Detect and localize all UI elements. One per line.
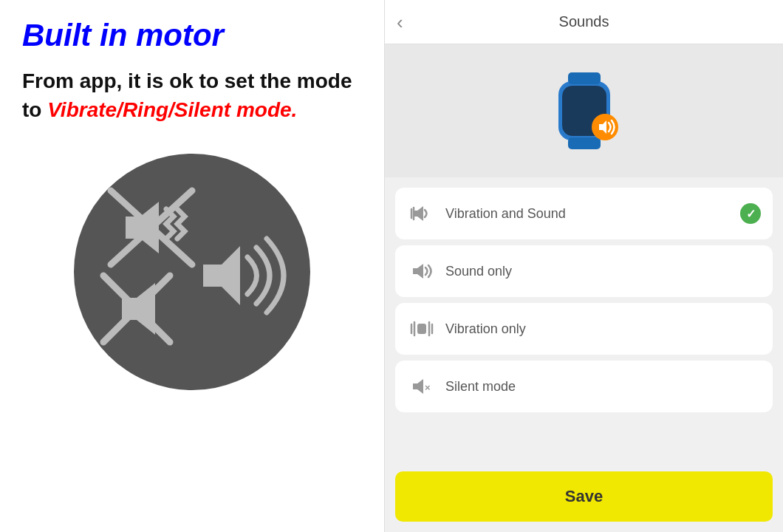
save-button[interactable]: Save [395,471,773,522]
description: From app, it is ok to set the mode to Vi… [22,66,362,124]
option-vibration-sound[interactable]: Vibration and Sound ✓ [395,188,773,239]
vibration-only-icon [408,316,435,342]
vibration-only-label: Vibration only [445,321,526,337]
page-title: Built in motor [22,18,362,53]
svg-text:×: × [425,382,431,393]
options-list: Vibration and Sound ✓ Sound only [385,177,783,464]
vibration-sound-icon [408,200,435,227]
svg-marker-22 [413,379,423,394]
selected-checkmark: ✓ [740,203,761,224]
option-silent-mode[interactable]: × Silent mode [395,361,773,412]
svg-rect-10 [568,137,601,149]
silent-mode-label: Silent mode [445,379,516,395]
watch-area [385,44,783,177]
svg-marker-6 [203,246,240,305]
panel-header: ‹ Sounds [385,0,783,44]
left-panel: Built in motor From app, it is ok to set… [0,0,384,532]
svg-rect-19 [417,324,426,334]
watch-icon [540,66,629,155]
panel-title: Sounds [559,13,609,30]
description-highlight: Vibrate/Ring/Silent mode. [47,98,297,121]
illustration-svg [89,168,295,375]
option-sound-only[interactable]: Sound only [395,245,773,297]
right-panel: ‹ Sounds [384,0,783,532]
sound-only-icon [408,258,435,284]
sound-only-label: Sound only [445,264,512,279]
svg-marker-16 [413,264,423,279]
svg-rect-9 [568,72,601,84]
vibration-sound-label: Vibration and Sound [445,206,566,222]
option-vibration-only[interactable]: Vibration only [395,303,773,355]
silent-mode-icon: × [408,373,435,400]
vibration-ring-silent-illustration [74,154,310,390]
back-button[interactable]: ‹ [397,13,403,32]
